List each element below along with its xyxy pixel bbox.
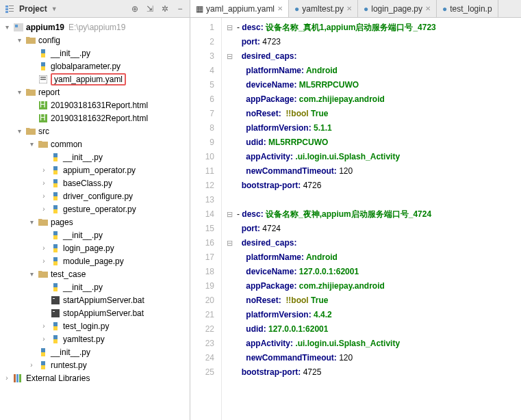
python-icon xyxy=(38,61,49,72)
python-icon xyxy=(50,256,61,267)
tree-file[interactable]: ›appium_operator.py xyxy=(0,163,190,176)
line-gutter: 1234567891011121314151617181920212223242… xyxy=(190,18,222,420)
svg-rect-20 xyxy=(16,374,18,382)
svg-rect-4 xyxy=(9,8,14,9)
close-icon[interactable]: ✕ xyxy=(346,5,352,12)
svg-rect-10 xyxy=(40,79,46,80)
tree-folder-src[interactable]: ▾src xyxy=(0,124,190,137)
folder-icon xyxy=(38,139,49,150)
tree-file[interactable]: startAppiumServer.bat xyxy=(0,293,190,306)
python-icon xyxy=(50,178,61,189)
close-icon[interactable]: ✕ xyxy=(277,5,283,12)
python-icon xyxy=(50,152,61,163)
html-icon: H xyxy=(38,100,49,111)
tree-file[interactable]: ›driver_configure.py xyxy=(0,189,190,202)
svg-rect-21 xyxy=(19,374,21,382)
python-icon: ● xyxy=(364,4,368,14)
gear-icon[interactable]: ✲ xyxy=(160,3,170,14)
tree-file[interactable]: globalparameter.py xyxy=(0,60,190,73)
project-icon xyxy=(4,3,15,14)
tree-file[interactable]: ›yamltest.py xyxy=(0,332,190,345)
tree-file[interactable]: ›test_login.py xyxy=(0,319,190,332)
editor-tabs: ▦yaml_appium.yaml✕ ●yamltest.py✕ ●login_… xyxy=(190,0,521,18)
tree-file[interactable]: ›gesture_operator.py xyxy=(0,202,190,215)
tree-folder-pages[interactable]: ▾pages xyxy=(0,215,190,228)
svg-rect-5 xyxy=(9,11,14,12)
tree-file[interactable]: __init__.py xyxy=(0,47,190,60)
tree-file[interactable]: ›module_page.py xyxy=(0,254,190,267)
folder-icon xyxy=(25,126,36,137)
project-sidebar: Project ▼ ⊕ ⇲ ✲ − ▾appium19E:\py\appium1… xyxy=(0,0,190,420)
hide-icon[interactable]: − xyxy=(175,3,186,14)
tree-file[interactable]: ›login_page.py xyxy=(0,241,190,254)
python-icon xyxy=(50,282,61,293)
tree-file[interactable]: ›runtest.py xyxy=(0,358,190,371)
tree-file[interactable]: __init__.py xyxy=(0,150,190,163)
tree-file[interactable]: H201903181631Report.html xyxy=(0,99,190,111)
yaml-icon xyxy=(38,74,49,85)
tree-folder-testcase[interactable]: ▾test_case xyxy=(0,267,190,280)
python-icon xyxy=(50,204,61,215)
svg-rect-7 xyxy=(15,25,18,27)
folder-icon xyxy=(38,269,49,280)
tree-external-libs[interactable]: ›External Libraries xyxy=(0,371,190,384)
svg-text:H: H xyxy=(40,101,46,109)
html-icon: H xyxy=(38,113,49,124)
collapse-icon[interactable]: ⇲ xyxy=(144,3,155,14)
folder-icon xyxy=(38,217,49,228)
tree-file[interactable]: __init__.py xyxy=(0,228,190,241)
close-icon[interactable]: ✕ xyxy=(425,5,431,12)
svg-rect-19 xyxy=(14,374,16,382)
tree-folder-config[interactable]: ▾config xyxy=(0,34,190,47)
library-icon xyxy=(13,373,24,384)
yaml-icon: ▦ xyxy=(196,4,203,14)
tree-folder-report[interactable]: ▾report xyxy=(0,86,190,99)
svg-rect-17 xyxy=(51,309,60,317)
target-icon[interactable]: ⊕ xyxy=(129,3,140,14)
project-title: Project xyxy=(19,4,47,14)
code-editor[interactable]: 1234567891011121314151617181920212223242… xyxy=(190,18,521,420)
python-icon xyxy=(50,334,61,345)
tree-file[interactable]: __init__.py xyxy=(0,345,190,358)
tree-file[interactable]: H201903181632Report.html xyxy=(0,111,190,124)
tree-file[interactable]: ›baseClass.py xyxy=(0,176,190,189)
editor-area: ▦yaml_appium.yaml✕ ●yamltest.py✕ ●login_… xyxy=(190,0,521,420)
svg-rect-2 xyxy=(5,11,8,13)
tab-yaml-appium[interactable]: ▦yaml_appium.yaml✕ xyxy=(190,0,289,17)
python-icon: ● xyxy=(294,4,299,14)
svg-rect-0 xyxy=(5,5,8,8)
tree-file-yaml-appium[interactable]: yaml_appium.yaml xyxy=(0,73,190,86)
python-icon: ● xyxy=(442,4,447,14)
code-content[interactable]: - desc: 设备名称_真机1,appium启动服务端口号_4723 port… xyxy=(237,18,521,420)
tab-test-login[interactable]: ●test_login.p xyxy=(437,0,498,17)
dropdown-icon[interactable]: ▼ xyxy=(51,5,58,12)
tree-root[interactable]: ▾appium19E:\py\appium19 xyxy=(0,21,190,34)
svg-rect-18 xyxy=(53,311,55,312)
svg-rect-15 xyxy=(51,296,60,304)
bat-icon xyxy=(50,295,61,306)
module-icon xyxy=(13,22,24,33)
fold-gutter: ⊟⊟⊟⊟ xyxy=(222,18,237,420)
python-icon xyxy=(50,321,61,332)
project-tree[interactable]: ▾appium19E:\py\appium19 ▾config __init__… xyxy=(0,18,190,420)
bat-icon xyxy=(50,308,61,319)
tree-folder-common[interactable]: ▾common xyxy=(0,137,190,150)
python-icon xyxy=(50,230,61,241)
tree-file[interactable]: stopAppiumServer.bat xyxy=(0,306,190,319)
python-icon xyxy=(50,243,61,254)
python-icon xyxy=(50,191,61,202)
tab-yamltest[interactable]: ●yamltest.py✕ xyxy=(289,0,358,17)
python-icon xyxy=(38,48,49,59)
tab-login-page[interactable]: ●login_page.py✕ xyxy=(358,0,437,17)
svg-rect-1 xyxy=(5,8,8,10)
svg-rect-16 xyxy=(53,298,55,299)
svg-rect-9 xyxy=(40,77,46,78)
python-icon xyxy=(38,360,49,371)
folder-icon xyxy=(25,35,36,46)
python-icon xyxy=(38,347,49,358)
project-toolbar: Project ▼ ⊕ ⇲ ✲ − xyxy=(0,0,190,18)
tree-file[interactable]: __init__.py xyxy=(0,280,190,293)
svg-text:H: H xyxy=(40,114,46,122)
python-icon xyxy=(50,165,61,176)
svg-rect-3 xyxy=(9,5,14,6)
